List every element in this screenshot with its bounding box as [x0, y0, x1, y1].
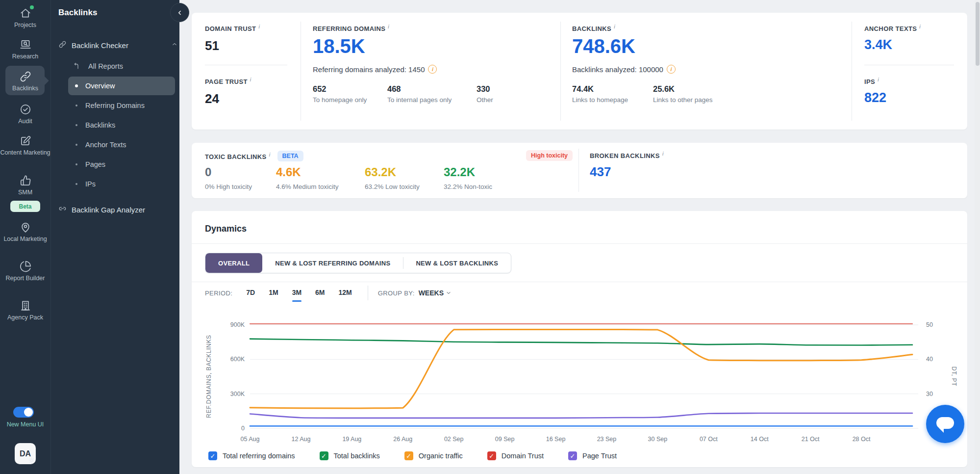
- group-by-value: WEEKS: [419, 289, 444, 297]
- checkbox-checked-icon[interactable]: ✓: [568, 451, 577, 460]
- breakdown-label: Links to homepage: [572, 96, 628, 104]
- sidebar-item-audit[interactable]: Audit: [0, 103, 50, 125]
- sidebar-item-pages[interactable]: Pages: [68, 155, 175, 174]
- toxic-backlinks-label: TOXIC BACKLINKSi: [205, 152, 271, 160]
- edit-icon: [19, 134, 32, 147]
- period-option-3m[interactable]: 3M: [292, 289, 302, 297]
- backlinks-value[interactable]: 748.6K: [572, 35, 635, 57]
- rail-item-label: Projects: [14, 22, 36, 29]
- tab-new-lost-referring-domains[interactable]: NEW & LOST REFERRING DOMAINS: [262, 253, 403, 273]
- sidebar-item-report-builder[interactable]: Report Builder: [0, 260, 50, 282]
- chevron-left-icon: [176, 9, 183, 16]
- sidebar-item-smm[interactable]: SMM: [0, 174, 50, 196]
- checkbox-checked-icon[interactable]: ✓: [320, 451, 328, 460]
- backlink-gap-analyzer-label: Backlink Gap Analyzer: [72, 206, 145, 214]
- toxicity-label: 0% High toxicity: [205, 183, 252, 190]
- series-line-organic-traffic: [250, 329, 912, 408]
- legend-label: Page Trust: [582, 452, 617, 460]
- sidebar-item-all-reports[interactable]: All Reports: [68, 57, 175, 76]
- sidebar-item-overview[interactable]: Overview: [68, 77, 175, 95]
- x-axis-label: 07 Oct: [700, 436, 718, 443]
- sub-item-label: Anchor Texts: [85, 141, 126, 149]
- sidebar-item-ips[interactable]: IPs: [68, 175, 175, 193]
- info-icon[interactable]: i: [614, 24, 615, 29]
- breakdown-label: To internal pages only: [387, 96, 452, 104]
- breakdown-value: 652: [313, 84, 367, 94]
- breakdown-label: To homepage only: [313, 96, 367, 104]
- info-icon[interactable]: i: [250, 77, 251, 82]
- backlinks-analyzed: Backlinks analyzed: 100000 i: [572, 65, 676, 74]
- bullet-icon: [75, 144, 77, 146]
- sidebar-item-local-marketing[interactable]: Local Marketing: [0, 221, 50, 243]
- sidebar-item-backlink-gap-analyzer[interactable]: Backlink Gap Analyzer: [51, 201, 187, 218]
- scrollbar-thumb[interactable]: [976, 2, 980, 66]
- sub-item-label: IPs: [85, 180, 96, 188]
- tab-new-lost-backlinks[interactable]: NEW & LOST BACKLINKS: [403, 253, 511, 273]
- x-axis-label: 21 Oct: [802, 436, 820, 443]
- legend-item-page-trust[interactable]: ✓Page Trust: [568, 451, 617, 460]
- checkbox-checked-icon[interactable]: ✓: [208, 451, 217, 460]
- sub-item-label: Referring Domains: [85, 102, 145, 109]
- info-circle-icon[interactable]: i: [667, 65, 676, 74]
- divider: [578, 149, 579, 192]
- backlinks-panel: Backlinks Backlink Checker All ReportsOv…: [50, 0, 179, 474]
- sidebar-item-anchor-texts[interactable]: Anchor Texts: [68, 135, 175, 154]
- referring-domains-value[interactable]: 18.5K: [313, 35, 365, 57]
- period-option-12m[interactable]: 12M: [339, 289, 352, 297]
- gear-icon[interactable]: [28, 457, 35, 466]
- info-icon[interactable]: i: [269, 152, 271, 158]
- chat-widget-button[interactable]: [926, 405, 964, 443]
- group-by-label: GROUP BY:: [378, 290, 415, 297]
- info-icon[interactable]: i: [878, 77, 879, 82]
- sidebar-item-backlinks[interactable]: Backlinks: [68, 116, 175, 134]
- period-option-1m[interactable]: 1M: [269, 289, 278, 297]
- bullet-icon: [75, 124, 77, 126]
- group-by-select[interactable]: WEEKS: [419, 289, 452, 297]
- toxicity-metric: 4.6K4.6% Medium toxicity: [276, 165, 339, 190]
- legend-item-total-referring-domains[interactable]: ✓Total referring domains: [208, 451, 295, 460]
- breakdown-value: 330: [477, 84, 493, 94]
- smm-beta-badge: Beta: [10, 201, 40, 212]
- sidebar-item-backlink-checker[interactable]: Backlink Checker: [51, 36, 187, 54]
- breakdown-stat: 652To homepage only: [313, 84, 367, 104]
- checkbox-checked-icon[interactable]: ✓: [487, 451, 496, 460]
- sidebar-item-referring-domains[interactable]: Referring Domains: [68, 96, 175, 115]
- chevron-up-icon: [171, 41, 178, 48]
- info-circle-icon[interactable]: i: [428, 65, 437, 74]
- toxicity-value: 32.2K: [444, 165, 492, 179]
- ips-value[interactable]: 822: [864, 90, 886, 105]
- info-icon[interactable]: i: [388, 24, 389, 29]
- vertical-scrollbar[interactable]: [975, 0, 980, 474]
- x-axis-label: 09 Sep: [495, 436, 515, 443]
- info-icon[interactable]: i: [919, 24, 921, 29]
- tab-overall[interactable]: OVERALL: [205, 253, 262, 273]
- period-option-6m[interactable]: 6M: [315, 289, 325, 297]
- sub-item-label: Pages: [85, 160, 105, 168]
- sidebar-item-content-marketing[interactable]: Content Marketing: [0, 134, 50, 157]
- link-gap-icon: [58, 205, 67, 215]
- sidebar-item-projects[interactable]: Projects: [0, 7, 50, 29]
- info-icon[interactable]: i: [258, 24, 260, 29]
- legend-item-total-backlinks[interactable]: ✓Total backlinks: [320, 451, 380, 460]
- sidebar-item-backlinks[interactable]: Backlinks: [0, 70, 50, 92]
- legend-item-domain-trust[interactable]: ✓Domain Trust: [487, 451, 544, 460]
- new-menu-ui-toggle[interactable]: [13, 407, 34, 418]
- referring-domains-label: REFERRING DOMAINSi: [313, 24, 389, 32]
- chevron-up-icon[interactable]: [171, 41, 178, 50]
- sidebar-item-agency-pack[interactable]: Agency Pack: [0, 299, 50, 321]
- high-toxicity-badge: High toxicity: [526, 150, 573, 161]
- collapse-sidebar-button[interactable]: [170, 3, 189, 22]
- legend-item-organic-traffic[interactable]: ✓Organic traffic: [404, 451, 463, 460]
- info-icon[interactable]: i: [662, 151, 664, 157]
- left-axis-tick: 300K: [230, 391, 245, 397]
- sidebar-item-research[interactable]: Research: [0, 38, 50, 60]
- broken-backlinks-value[interactable]: 437: [590, 164, 611, 180]
- period-option-7d[interactable]: 7D: [246, 289, 255, 297]
- dynamics-line-chart: 0300K600K900K304050REF.DOMAINS, BACKLINK…: [192, 211, 967, 467]
- anchor-texts-value[interactable]: 3.4K: [864, 37, 892, 53]
- toxicity-metric: 32.2K32.2% Non-toxic: [444, 165, 492, 190]
- divider: [205, 65, 287, 65]
- referring-domains-analyzed: Referring domains analyzed: 1450 i: [313, 65, 437, 74]
- checkbox-checked-icon[interactable]: ✓: [404, 451, 413, 460]
- legend-label: Total referring domains: [223, 452, 295, 460]
